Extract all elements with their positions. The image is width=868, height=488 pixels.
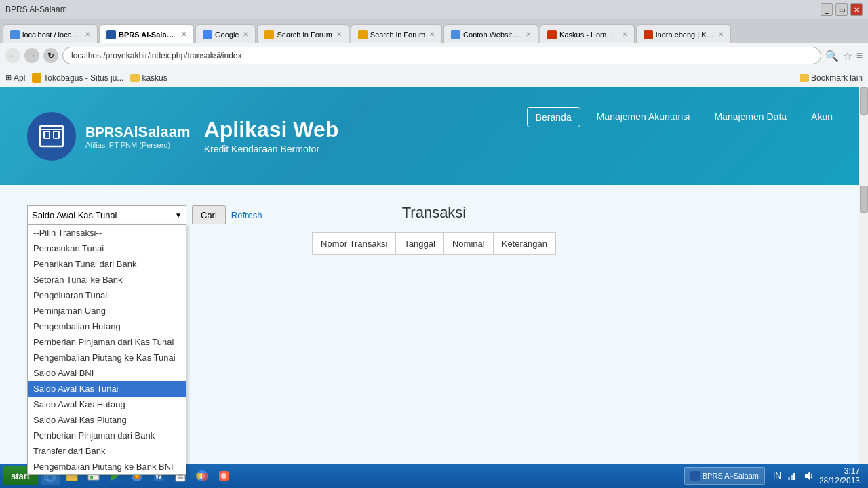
tab-label-0: localhost / localh...: [22, 30, 81, 39]
refresh-link[interactable]: Refresh: [231, 210, 262, 220]
bookmark-tokobagus[interactable]: Tokobagus - Situs ju...: [32, 73, 123, 83]
svg-point-24: [221, 473, 226, 479]
dropdown-item-9[interactable]: Saldo Awal BNI: [28, 365, 186, 381]
bookmark-apps[interactable]: ⊞ Apl: [5, 73, 25, 83]
paint2-icon-svg: [217, 469, 231, 483]
tab-close-1[interactable]: ✕: [181, 30, 186, 38]
scrollbar-thumb[interactable]: [860, 87, 868, 115]
main-area: Saldo Awal Kas Tunai ▼ --Pilih Transaksi…: [0, 185, 868, 476]
taskbar-active-window[interactable]: BPRS Al-Salaam: [684, 467, 765, 485]
svg-marker-28: [805, 472, 810, 480]
transaksi-dropdown[interactable]: Saldo Awal Kas Tunai ▼: [27, 205, 186, 224]
tab-favicon-2: [203, 30, 212, 39]
bookmark-tokobagus-label: Tokobagus - Situs ju...: [43, 73, 123, 83]
app-title-block: Aplikasi Web Kredit Kendaraan Bermotor: [204, 117, 339, 155]
close-button[interactable]: ✕: [850, 3, 863, 16]
tab-close-6[interactable]: ✕: [622, 30, 627, 38]
tab-favicon-5: [451, 30, 460, 39]
scrollbar-track[interactable]: [859, 87, 868, 185]
tab-label-6: Kaskus - Home Lo...: [559, 30, 618, 39]
tab-6[interactable]: Kaskus - Home Lo... ✕: [540, 24, 635, 43]
tab-7[interactable]: indra.ebeng | Kas... ✕: [636, 24, 731, 43]
svg-rect-26: [791, 475, 793, 480]
clock-date: 28/12/2013: [819, 476, 860, 485]
dropdown-item-14[interactable]: Transfer dari Bank: [28, 443, 186, 459]
dropdown-item-8[interactable]: Pengembalian Piutang ke Kas Tunai: [28, 350, 186, 365]
dropdown-item-3[interactable]: Setoran Tunai ke Bank: [28, 272, 186, 287]
tab-close-2[interactable]: ✕: [243, 30, 248, 38]
transaksi-area: Transaksi Nomor Transaksi Tanggal Nomina…: [312, 204, 556, 282]
tab-label-4: Search in Forum: [370, 30, 425, 39]
svg-rect-2: [54, 131, 59, 138]
tab-close-5[interactable]: ✕: [526, 30, 531, 38]
tab-favicon-6: [547, 30, 557, 39]
col-nominal: Nominal: [443, 233, 493, 255]
tab-close-7[interactable]: ✕: [718, 30, 724, 38]
tab-4[interactable]: Search in Forum ✕: [351, 24, 442, 43]
dropdown-item-15[interactable]: Pengembalian Piutang ke Bank BNI: [28, 459, 186, 474]
tab-1[interactable]: BPRS Al-Salaam ✕: [99, 24, 194, 43]
col-tanggal: Tanggal: [396, 233, 444, 255]
tokobagus-icon: [32, 73, 41, 83]
main-scrollbar-track[interactable]: [859, 185, 868, 476]
window-controls[interactable]: _ ▭ ✕: [821, 3, 863, 16]
tab-close-3[interactable]: ✕: [336, 30, 342, 38]
svg-rect-1: [44, 131, 50, 138]
dropdown-item-13[interactable]: Pemberian Pinjaman dari Bank: [28, 428, 186, 443]
apps-icon: ⊞: [5, 73, 12, 82]
transaksi-table: Nomor Transaksi Tanggal Nominal Keterang…: [312, 232, 556, 282]
bookmark-other[interactable]: Bookmark lain: [800, 73, 863, 83]
nav-akuntansi[interactable]: Manajemen Akuntansi: [589, 107, 698, 127]
restore-button[interactable]: ▭: [835, 3, 848, 16]
tab-5[interactable]: Contoh Website A... ✕: [443, 24, 538, 43]
logo-circle: [27, 112, 76, 161]
dropdown-item-5[interactable]: Peminjaman Uang: [28, 303, 186, 319]
dropdown-arrow-icon: ▼: [175, 211, 182, 219]
taskbar-active-label: BPRS Al-Salaam: [703, 472, 759, 480]
menu-icon[interactable]: ≡: [856, 49, 863, 62]
nav-akun[interactable]: Akun: [803, 107, 841, 127]
window-title: BPRS Al-Salaam: [5, 5, 67, 14]
tab-close-4[interactable]: ✕: [429, 30, 435, 38]
col-nomor: Nomor Transaksi: [313, 233, 396, 255]
forward-button[interactable]: →: [24, 48, 39, 63]
dropdown-item-0[interactable]: --Pilih Transaksi--: [28, 225, 186, 241]
tab-favicon-3: [264, 30, 274, 39]
dropdown-item-10[interactable]: Saldo Awal Kas Tunai: [28, 381, 186, 396]
logo-area: BPRSAlSalaam Afiliasi PT PNM (Persero): [27, 112, 191, 161]
logo-text-block: BPRSAlSalaam Afiliasi PT PNM (Persero): [85, 123, 191, 149]
reload-button[interactable]: ↻: [43, 48, 58, 63]
chrome-icon-svg: [195, 469, 209, 483]
nav-data[interactable]: Manajemen Data: [706, 107, 795, 127]
taskbar-active-favicon: [690, 471, 700, 481]
taskbar-chrome-icon[interactable]: [193, 466, 212, 485]
bookmarks-bar: ⊞ Apl Tokobagus - Situs ju... kaskus Boo…: [0, 68, 868, 87]
dropdown-item-11[interactable]: Saldo Awal Kas Hutang: [28, 396, 186, 412]
main-scrollbar-thumb[interactable]: [860, 186, 868, 213]
tabs-bar: localhost / localh... ✕ BPRS Al-Salaam ✕…: [0, 19, 868, 43]
minimize-button[interactable]: _: [821, 3, 833, 16]
cari-button[interactable]: Cari: [192, 205, 226, 224]
address-text: localhost/proyekakhir/index.php/transaks…: [71, 51, 241, 60]
tab-2[interactable]: Google ✕: [195, 24, 256, 43]
other-bookmarks-icon: [800, 74, 809, 82]
tab-close-0[interactable]: ✕: [85, 30, 90, 38]
taskbar-paint2-icon[interactable]: [214, 466, 233, 485]
dropdown-menu: --Pilih Transaksi-- Pemasukan Tunai Pena…: [27, 224, 186, 475]
nav-beranda[interactable]: Beranda: [527, 107, 580, 127]
transaksi-title: Transaksi: [312, 204, 556, 222]
dropdown-item-6[interactable]: Pengembalian Hutang: [28, 319, 186, 334]
tab-0[interactable]: localhost / localh... ✕: [3, 24, 98, 43]
tab-3[interactable]: Search in Forum ✕: [257, 24, 349, 43]
dropdown-item-2[interactable]: Penarikan Tunai dari Bank: [28, 256, 186, 272]
dropdown-item-4[interactable]: Pengeluaran Tunai: [28, 287, 186, 303]
bookmark-kaskus[interactable]: kaskus: [130, 73, 167, 83]
back-button[interactable]: ←: [5, 48, 20, 63]
dropdown-item-7[interactable]: Pemberian Pinjaman dari Kas Tunai: [28, 334, 186, 350]
bookmark-star-icon[interactable]: ☆: [843, 49, 852, 62]
address-box[interactable]: localhost/proyekakhir/index.php/transaks…: [62, 47, 821, 64]
tab-favicon-7: [644, 30, 653, 39]
dropdown-item-1[interactable]: Pemasukan Tunai: [28, 241, 186, 256]
search-icon[interactable]: 🔍: [825, 49, 839, 62]
dropdown-item-12[interactable]: Saldo Awal Kas Piutang: [28, 412, 186, 428]
